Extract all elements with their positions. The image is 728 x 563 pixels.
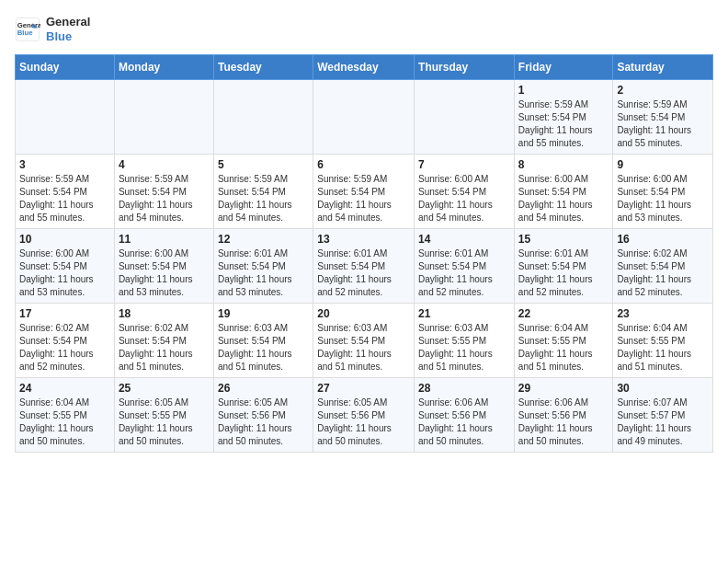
day-info: Sunrise: 6:00 AM Sunset: 5:54 PM Dayligh…	[119, 247, 210, 299]
day-info: Sunrise: 6:00 AM Sunset: 5:54 PM Dayligh…	[19, 247, 110, 299]
calendar-cell: 13Sunrise: 6:01 AM Sunset: 5:54 PM Dayli…	[313, 229, 415, 304]
day-info: Sunrise: 5:59 AM Sunset: 5:54 PM Dayligh…	[518, 98, 609, 150]
day-info: Sunrise: 6:05 AM Sunset: 5:55 PM Dayligh…	[119, 396, 210, 448]
header-wednesday: Wednesday	[313, 55, 415, 80]
calendar-cell: 7Sunrise: 6:00 AM Sunset: 5:54 PM Daylig…	[415, 155, 515, 229]
day-info: Sunrise: 5:59 AM Sunset: 5:54 PM Dayligh…	[19, 173, 110, 224]
calendar-cell: 11Sunrise: 6:00 AM Sunset: 5:54 PM Dayli…	[114, 229, 213, 304]
calendar-cell: 17Sunrise: 6:02 AM Sunset: 5:54 PM Dayli…	[16, 304, 115, 378]
logo: General Blue GeneralBlue	[15, 15, 90, 43]
day-number: 26	[218, 382, 309, 395]
day-info: Sunrise: 6:00 AM Sunset: 5:54 PM Dayligh…	[418, 173, 510, 224]
header-sunday: Sunday	[16, 55, 115, 80]
calendar-cell: 28Sunrise: 6:06 AM Sunset: 5:56 PM Dayli…	[415, 378, 515, 453]
day-number: 29	[518, 382, 609, 395]
day-number: 13	[317, 233, 410, 246]
day-info: Sunrise: 5:59 AM Sunset: 5:54 PM Dayligh…	[317, 173, 410, 224]
day-number: 19	[218, 307, 309, 320]
day-info: Sunrise: 6:06 AM Sunset: 5:56 PM Dayligh…	[418, 396, 510, 448]
day-number: 20	[317, 307, 410, 320]
svg-text:Blue: Blue	[17, 29, 33, 37]
calendar-cell: 22Sunrise: 6:04 AM Sunset: 5:55 PM Dayli…	[514, 304, 613, 378]
day-number: 27	[317, 382, 410, 395]
week-row-4: 17Sunrise: 6:02 AM Sunset: 5:54 PM Dayli…	[16, 304, 713, 378]
day-info: Sunrise: 6:06 AM Sunset: 5:56 PM Dayligh…	[518, 396, 609, 448]
day-number: 17	[19, 307, 110, 320]
header-tuesday: Tuesday	[213, 55, 313, 80]
day-info: Sunrise: 6:04 AM Sunset: 5:55 PM Dayligh…	[19, 396, 110, 448]
header-saturday: Saturday	[613, 55, 713, 80]
day-info: Sunrise: 6:05 AM Sunset: 5:56 PM Dayligh…	[218, 396, 309, 448]
day-info: Sunrise: 6:03 AM Sunset: 5:55 PM Dayligh…	[418, 322, 510, 373]
day-number: 16	[617, 233, 709, 246]
calendar-cell: 18Sunrise: 6:02 AM Sunset: 5:54 PM Dayli…	[114, 304, 213, 378]
calendar-cell: 25Sunrise: 6:05 AM Sunset: 5:55 PM Dayli…	[114, 378, 213, 453]
day-info: Sunrise: 5:59 AM Sunset: 5:54 PM Dayligh…	[617, 98, 709, 150]
calendar-cell: 10Sunrise: 6:00 AM Sunset: 5:54 PM Dayli…	[16, 229, 115, 304]
day-info: Sunrise: 5:59 AM Sunset: 5:54 PM Dayligh…	[119, 173, 210, 224]
day-number: 23	[617, 307, 709, 320]
day-info: Sunrise: 6:01 AM Sunset: 5:54 PM Dayligh…	[317, 247, 410, 299]
weekday-header-row: Sunday Monday Tuesday Wednesday Thursday…	[16, 55, 713, 80]
calendar-cell	[16, 80, 115, 155]
day-number: 6	[317, 158, 410, 171]
day-info: Sunrise: 6:07 AM Sunset: 5:57 PM Dayligh…	[617, 396, 709, 448]
calendar-cell: 6Sunrise: 5:59 AM Sunset: 5:54 PM Daylig…	[313, 155, 415, 229]
day-number: 2	[617, 84, 709, 97]
week-row-2: 3Sunrise: 5:59 AM Sunset: 5:54 PM Daylig…	[16, 155, 713, 229]
calendar-cell: 1Sunrise: 5:59 AM Sunset: 5:54 PM Daylig…	[514, 80, 613, 155]
calendar-cell: 16Sunrise: 6:02 AM Sunset: 5:54 PM Dayli…	[613, 229, 713, 304]
day-info: Sunrise: 6:05 AM Sunset: 5:56 PM Dayligh…	[317, 396, 410, 448]
calendar-table: Sunday Monday Tuesday Wednesday Thursday…	[15, 54, 713, 453]
day-number: 10	[19, 233, 110, 246]
day-number: 8	[518, 158, 609, 171]
calendar-header: Sunday Monday Tuesday Wednesday Thursday…	[16, 55, 713, 80]
day-number: 11	[119, 233, 210, 246]
day-info: Sunrise: 6:04 AM Sunset: 5:55 PM Dayligh…	[518, 322, 609, 373]
calendar-cell: 24Sunrise: 6:04 AM Sunset: 5:55 PM Dayli…	[16, 378, 115, 453]
day-info: Sunrise: 6:02 AM Sunset: 5:54 PM Dayligh…	[617, 247, 709, 299]
calendar-cell: 15Sunrise: 6:01 AM Sunset: 5:54 PM Dayli…	[514, 229, 613, 304]
calendar-cell: 5Sunrise: 5:59 AM Sunset: 5:54 PM Daylig…	[213, 155, 313, 229]
day-number: 3	[19, 158, 110, 171]
day-number: 7	[418, 158, 510, 171]
day-info: Sunrise: 6:02 AM Sunset: 5:54 PM Dayligh…	[119, 322, 210, 373]
calendar-body: 1Sunrise: 5:59 AM Sunset: 5:54 PM Daylig…	[16, 80, 713, 453]
day-info: Sunrise: 6:01 AM Sunset: 5:54 PM Dayligh…	[418, 247, 510, 299]
day-info: Sunrise: 6:04 AM Sunset: 5:55 PM Dayligh…	[617, 322, 709, 373]
day-number: 14	[418, 233, 510, 246]
calendar-cell: 29Sunrise: 6:06 AM Sunset: 5:56 PM Dayli…	[514, 378, 613, 453]
day-info: Sunrise: 6:03 AM Sunset: 5:54 PM Dayligh…	[317, 322, 410, 373]
calendar-cell: 12Sunrise: 6:01 AM Sunset: 5:54 PM Dayli…	[213, 229, 313, 304]
day-info: Sunrise: 5:59 AM Sunset: 5:54 PM Dayligh…	[218, 173, 309, 224]
calendar-cell: 4Sunrise: 5:59 AM Sunset: 5:54 PM Daylig…	[114, 155, 213, 229]
header-thursday: Thursday	[415, 55, 515, 80]
calendar-cell: 3Sunrise: 5:59 AM Sunset: 5:54 PM Daylig…	[16, 155, 115, 229]
day-number: 24	[19, 382, 110, 395]
page-header: General Blue GeneralBlue	[15, 15, 713, 43]
calendar-cell: 26Sunrise: 6:05 AM Sunset: 5:56 PM Dayli…	[213, 378, 313, 453]
day-number: 5	[218, 158, 309, 171]
calendar-cell: 8Sunrise: 6:00 AM Sunset: 5:54 PM Daylig…	[514, 155, 613, 229]
calendar-cell: 9Sunrise: 6:00 AM Sunset: 5:54 PM Daylig…	[613, 155, 713, 229]
calendar-cell: 23Sunrise: 6:04 AM Sunset: 5:55 PM Dayli…	[613, 304, 713, 378]
day-number: 22	[518, 307, 609, 320]
day-number: 25	[119, 382, 210, 395]
day-info: Sunrise: 6:03 AM Sunset: 5:54 PM Dayligh…	[218, 322, 309, 373]
day-info: Sunrise: 6:01 AM Sunset: 5:54 PM Dayligh…	[518, 247, 609, 299]
calendar-cell	[415, 80, 515, 155]
day-info: Sunrise: 6:01 AM Sunset: 5:54 PM Dayligh…	[218, 247, 309, 299]
day-number: 15	[518, 233, 609, 246]
calendar-cell: 27Sunrise: 6:05 AM Sunset: 5:56 PM Dayli…	[313, 378, 415, 453]
logo-icon: General Blue	[15, 17, 40, 42]
calendar-cell: 21Sunrise: 6:03 AM Sunset: 5:55 PM Dayli…	[415, 304, 515, 378]
week-row-5: 24Sunrise: 6:04 AM Sunset: 5:55 PM Dayli…	[16, 378, 713, 453]
calendar-cell	[313, 80, 415, 155]
day-info: Sunrise: 6:00 AM Sunset: 5:54 PM Dayligh…	[518, 173, 609, 224]
day-number: 21	[418, 307, 510, 320]
calendar-cell	[213, 80, 313, 155]
calendar-cell	[114, 80, 213, 155]
day-number: 30	[617, 382, 709, 395]
day-number: 12	[218, 233, 309, 246]
calendar-cell: 30Sunrise: 6:07 AM Sunset: 5:57 PM Dayli…	[613, 378, 713, 453]
